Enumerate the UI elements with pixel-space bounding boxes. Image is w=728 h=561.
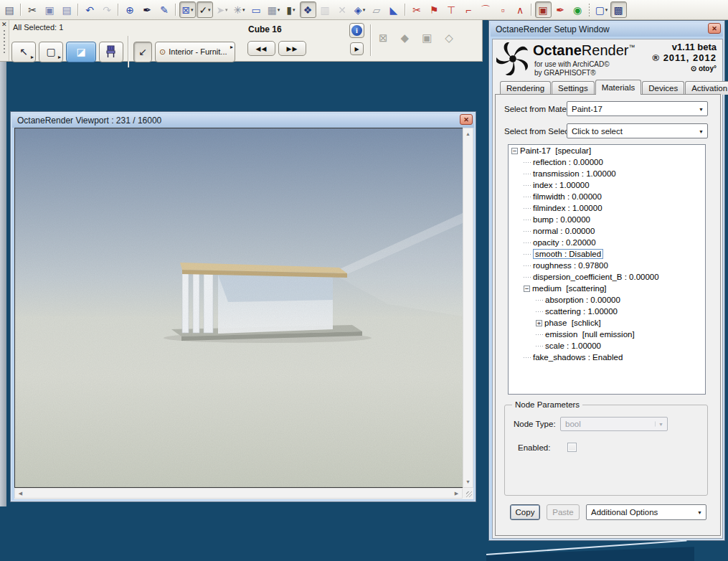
parallelogram-icon[interactable]: ▱ bbox=[369, 1, 385, 18]
tree-expander-icon[interactable] bbox=[536, 311, 543, 312]
cut-icon[interactable]: ✂ bbox=[24, 1, 41, 18]
scroll-up-icon[interactable]: ▲ bbox=[463, 129, 473, 138]
settings[interactable]: Settings bbox=[552, 81, 595, 95]
element-info-button[interactable]: i bbox=[349, 23, 364, 38]
rendering[interactable]: Rendering bbox=[500, 81, 551, 95]
tree-expander-icon[interactable] bbox=[524, 162, 531, 163]
layer-visibility-flyout[interactable]: ⊙ Interior - Furnit... ▸ bbox=[155, 42, 235, 62]
tree-row[interactable]: fake_shadows : Enabled bbox=[509, 352, 705, 363]
tree-expander-icon[interactable] bbox=[524, 357, 531, 358]
highlight-toggle-button[interactable]: ◪ bbox=[66, 42, 96, 62]
flyout-icon[interactable]: ▸ bbox=[58, 54, 61, 60]
tree-expander-icon[interactable] bbox=[536, 346, 543, 346]
sail-icon[interactable]: ◣ bbox=[386, 1, 402, 18]
tree-expander-icon[interactable] bbox=[524, 174, 531, 174]
dimension-icon[interactable]: ▥ bbox=[317, 1, 334, 18]
tree-expander-icon[interactable]: − bbox=[511, 148, 518, 154]
tree-row[interactable]: absorption : 0.00000 bbox=[509, 294, 705, 306]
tree-expander-icon[interactable] bbox=[524, 277, 531, 278]
copy-icon[interactable]: ▣ bbox=[42, 1, 58, 18]
paste-button[interactable]: Paste bbox=[547, 504, 580, 520]
tree-row[interactable]: bump : 0.00000 bbox=[509, 214, 705, 225]
tree-expander-icon[interactable] bbox=[524, 220, 531, 220]
tree-row[interactable]: emission [null emission] bbox=[509, 329, 705, 340]
selection-toggle-icon[interactable]: ⊠▾ bbox=[179, 1, 196, 18]
tree-expander-icon[interactable] bbox=[524, 185, 531, 186]
copy-button[interactable]: Copy bbox=[510, 504, 540, 520]
octane-close-button[interactable]: ✕ bbox=[708, 23, 721, 34]
activation[interactable]: Activation bbox=[685, 81, 728, 95]
tree-row[interactable]: opacity : 0.20000 bbox=[509, 237, 705, 248]
eyedropper-icon[interactable]: ✒ bbox=[139, 1, 156, 18]
scroll-right-icon[interactable]: ▶ bbox=[452, 489, 461, 498]
selection-select-combo[interactable]: Click to select ▼ bbox=[567, 123, 708, 138]
render-window-icon[interactable]: ▩ bbox=[610, 1, 627, 18]
scroll-down-icon[interactable]: ▼ bbox=[463, 477, 473, 486]
tree-row[interactable]: − medium [scattering] bbox=[509, 283, 705, 294]
horizontal-scrollbar[interactable]: ◀ ▶ bbox=[14, 488, 463, 499]
tree-expander-icon[interactable] bbox=[536, 300, 543, 301]
materials-select-combo[interactable]: Paint-17 ▼ bbox=[567, 101, 708, 116]
snap-grid-icon[interactable]: ✳▾ bbox=[231, 1, 247, 18]
marquee-box-icon[interactable]: ▫ bbox=[495, 1, 511, 18]
node-type-combo[interactable]: bool ▼ bbox=[560, 417, 668, 431]
tree-expander-icon[interactable] bbox=[524, 242, 531, 243]
resize-grip[interactable] bbox=[463, 488, 473, 499]
scroll-left-icon[interactable]: ◀ bbox=[16, 489, 25, 498]
drag-handle[interactable] bbox=[4, 30, 5, 55]
viewport-close-button[interactable]: ✕ bbox=[460, 114, 473, 125]
flyout-icon[interactable]: ▸ bbox=[230, 44, 233, 50]
tree-row[interactable]: filmindex : 1.00000 bbox=[509, 202, 705, 214]
flag-icon[interactable]: ⚑ bbox=[426, 1, 443, 18]
render-canvas[interactable] bbox=[14, 128, 463, 488]
close-palette-icon[interactable]: ✕ bbox=[1, 21, 7, 28]
tree-expander-icon[interactable] bbox=[524, 231, 531, 232]
tree-row[interactable]: scattering : 1.00000 bbox=[509, 306, 705, 317]
marquee-box-button[interactable]: ▢ ▸ bbox=[39, 42, 63, 62]
hatch-brush-icon[interactable]: ❖ bbox=[300, 1, 316, 18]
viewport-titlebar[interactable]: OctaneRender Viewport : 231 / 16000 bbox=[12, 113, 474, 128]
flyout-icon[interactable]: ▸ bbox=[31, 54, 34, 60]
arc-icon[interactable]: ⌒ bbox=[478, 1, 494, 18]
tree-row[interactable]: dispersion_coefficient_B : 0.00000 bbox=[509, 271, 705, 283]
globe-icon[interactable]: ◉ bbox=[569, 1, 586, 18]
devices[interactable]: Devices bbox=[642, 81, 684, 95]
tree-expander-icon[interactable]: + bbox=[536, 320, 542, 326]
object-tool-button[interactable] bbox=[99, 42, 123, 62]
previous-element-button[interactable]: ◀◀ bbox=[247, 41, 275, 56]
roof-icon[interactable]: ∧ bbox=[512, 1, 529, 18]
tree-expander-icon[interactable] bbox=[524, 254, 531, 255]
tree-row[interactable]: − Paint-17 [specular] bbox=[509, 145, 705, 156]
additional-options-combo[interactable]: Additional Options ▼ bbox=[586, 504, 706, 520]
tree-expander-icon[interactable] bbox=[524, 197, 531, 197]
document-icon[interactable]: ▤ bbox=[1, 1, 18, 18]
pickup-parameters-icon[interactable]: ◈▾ bbox=[351, 1, 368, 18]
syringe-icon[interactable]: ✎ bbox=[156, 1, 173, 18]
enabled-checkbox[interactable] bbox=[567, 443, 577, 452]
tree-row[interactable]: index : 1.00000 bbox=[509, 179, 705, 191]
tree-expander-icon[interactable] bbox=[536, 334, 543, 335]
tree-expander-icon[interactable] bbox=[524, 208, 531, 209]
tree-row[interactable]: smooth : Disabled bbox=[509, 248, 705, 260]
tree-row[interactable]: scale : 1.00000 bbox=[509, 340, 705, 352]
tree-row[interactable]: transmission : 1.00000 bbox=[509, 168, 705, 179]
tree-row[interactable]: roughness : 0.97800 bbox=[509, 260, 705, 271]
expand-info-button[interactable]: ▶ bbox=[350, 42, 364, 55]
vertical-scrollbar[interactable]: ▲ ▼ bbox=[463, 128, 473, 488]
detach-icon[interactable]: ✕ bbox=[334, 1, 351, 18]
level-icon[interactable]: ⊤ bbox=[443, 1, 460, 18]
column-icon[interactable]: ▮▾ bbox=[283, 1, 299, 18]
tree-expander-icon[interactable] bbox=[524, 265, 531, 266]
window-icon[interactable]: ▢▾ bbox=[593, 1, 610, 18]
paste-icon[interactable]: ▤ bbox=[59, 1, 75, 18]
projection-button[interactable]: ↙ bbox=[133, 42, 152, 62]
tree-row[interactable]: normal : 0.00000 bbox=[509, 225, 705, 237]
zoom-icon[interactable]: ⊕ bbox=[122, 1, 138, 18]
undo-icon[interactable]: ↶ bbox=[82, 1, 98, 18]
wall-cut-icon[interactable]: ✂ bbox=[409, 1, 425, 18]
red-pen-icon[interactable]: ✒ bbox=[552, 1, 569, 18]
frame-tool-icon[interactable]: ▣ bbox=[535, 1, 552, 18]
corner-icon[interactable]: ⌐ bbox=[460, 1, 477, 18]
palette-dock-handle[interactable]: ✕ bbox=[0, 20, 9, 61]
cursor-tool-icon[interactable]: ➤▾ bbox=[214, 1, 230, 18]
